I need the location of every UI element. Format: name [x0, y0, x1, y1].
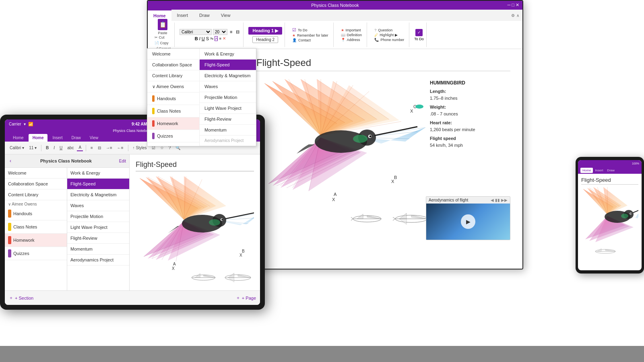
tab-view[interactable]: View [215, 10, 236, 21]
play-button[interactable]: ▶ [461, 214, 475, 229]
contact-tag-icon: 👤 [292, 38, 297, 42]
remember-tag-label[interactable]: Remember for later [297, 33, 328, 37]
tablet-page-electricity[interactable]: Electricity & Magnetism [67, 189, 129, 200]
phone-tab-home[interactable]: Home [580, 168, 593, 173]
tablet-page-flight-speed[interactable]: Flight-Speed [67, 179, 129, 189]
tablet-section-homework[interactable]: Homework [5, 234, 67, 247]
todo-label[interactable]: To Do [414, 37, 424, 41]
font-group: Calibri 20 ≡ ⊟ B I U S X₂ A ≡ ✕ [177, 23, 244, 47]
subscript-button[interactable]: X₂ [210, 37, 213, 40]
important-tag-label[interactable]: Important [346, 28, 361, 32]
phone-tag-label[interactable]: Phone number [380, 38, 404, 42]
definition-tag-label[interactable]: Definition [347, 33, 362, 37]
font-size-selector[interactable]: 20 [213, 29, 227, 35]
font-color-button[interactable]: A [215, 36, 218, 41]
font-selector[interactable]: Calibri [180, 29, 212, 35]
tablet-page-momentum[interactable]: Momentum [67, 244, 129, 255]
tablet-tab-draw[interactable]: Draw [68, 134, 85, 142]
dd-homework[interactable]: Homework [147, 117, 199, 130]
tablet-section-quizzes[interactable]: Quizzes [5, 247, 67, 260]
tablet-page-projectile[interactable]: Projectile Motion [67, 211, 129, 222]
highlight-tag-label[interactable]: Highlight ▶ [380, 33, 398, 37]
tablet-tab-home-active[interactable]: Home [29, 134, 48, 142]
copy-button[interactable]: 📄 Copy [153, 41, 172, 45]
video-controls[interactable]: ◀ ▮▮ ▶▶ [491, 198, 508, 202]
tablet-page-waves[interactable]: Waves [67, 200, 129, 211]
tablet-strikethrough-btn[interactable]: abc [66, 145, 75, 151]
text-align-button[interactable]: ≡ [219, 37, 221, 41]
todo-tag-label[interactable]: To Do [298, 28, 308, 32]
dd-welcome[interactable]: Welcome [147, 49, 199, 60]
tablet-bullet-btn[interactable]: ≡ [89, 145, 95, 151]
dd-page-flight-speed[interactable]: Flight-Speed [200, 60, 256, 70]
italic-button[interactable]: I [199, 36, 200, 41]
underline-button[interactable]: U [202, 36, 205, 41]
hummingbird-image: A X X B C X [256, 79, 425, 224]
tablet-tab-home[interactable]: Home [9, 134, 28, 142]
tablet-underline-btn[interactable]: U [58, 145, 64, 151]
tab-draw[interactable]: Draw [194, 10, 215, 21]
numbered-list-icon[interactable]: ⊟ [235, 29, 241, 35]
phone-tab-insert[interactable]: Insert [593, 168, 605, 173]
window-controls[interactable]: ─ □ ✕ [507, 2, 519, 8]
tablet-tab-view[interactable]: View [86, 134, 103, 142]
question-tag-label[interactable]: Question [378, 28, 392, 32]
clear-format-button[interactable]: ✕ [223, 36, 226, 41]
contact-tag-label[interactable]: Contact [298, 38, 311, 42]
address-tag-label[interactable]: Address [347, 38, 360, 42]
bullet-list-icon[interactable]: ≡ [229, 29, 233, 34]
bold-button[interactable]: B [195, 36, 198, 41]
minimize-ribbon-icon[interactable]: ∧ [516, 13, 519, 18]
tablet-font-color-btn[interactable]: A [77, 144, 83, 151]
video-image[interactable]: ▶ [426, 204, 510, 240]
tablet-edit-button[interactable]: Edit [119, 159, 126, 163]
dd-page-momentum[interactable]: Momentum [200, 125, 256, 136]
tablet-font-size[interactable]: 11 ▾ [27, 145, 38, 151]
tablet-section-content[interactable]: Content Library [5, 189, 67, 200]
dd-page-waves[interactable]: Waves [200, 81, 256, 92]
tablet-section-welcome[interactable]: Welcome [5, 168, 67, 179]
tablet-font-selector[interactable]: Calibri ▾ [8, 145, 26, 151]
dd-aimee-owens[interactable]: ∨ Aimee Owens [147, 81, 199, 93]
tablet-section-class-notes[interactable]: Class Notes [5, 220, 67, 234]
phone-tab-draw[interactable]: Draw [605, 168, 617, 173]
cut-button[interactable]: ✂ Cut [153, 35, 172, 40]
tags-group3: ? Question 🖊 Highlight ▶ 📞 Phone number [369, 23, 409, 47]
heading1-style[interactable]: Heading 1 ▶ [248, 27, 282, 35]
tablet-bold-btn[interactable]: B [44, 145, 50, 151]
dd-page-more[interactable]: Aerodynamics Project [200, 136, 256, 146]
dd-page-light-wave[interactable]: Light Wave Project [200, 103, 256, 114]
dd-content-library[interactable]: Content Library [147, 70, 199, 81]
tablet-section-handouts[interactable]: Handouts [5, 207, 67, 220]
tablet-styles-btn[interactable]: ↑ Styles [131, 145, 149, 151]
tablet-page-work-energy[interactable]: Work & Energy [67, 168, 129, 179]
tablet-italic-btn[interactable]: I [52, 145, 56, 151]
dd-collaboration[interactable]: Collaboration Space [147, 60, 199, 70]
tablet-page-aerodynamics[interactable]: Aerodynamics Project [67, 255, 129, 265]
tablet-tab-insert[interactable]: Insert [48, 134, 66, 142]
tab-insert[interactable]: Insert [171, 10, 194, 21]
paste-button[interactable]: 📋 Paste [155, 19, 170, 35]
strikethrough-button[interactable]: S [206, 36, 209, 41]
dd-handouts[interactable]: Handouts [147, 93, 199, 105]
tablet-back-chevron[interactable]: ‹ [8, 156, 13, 165]
length-value: 1.75–8 inches [430, 96, 458, 101]
add-page-button[interactable]: ＋ + Page [236, 295, 256, 301]
tablet-number-btn[interactable]: ⊟ [96, 145, 103, 151]
dd-class-notes[interactable]: Class Notes [147, 105, 199, 117]
dd-quizzes[interactable]: Quizzes [147, 130, 199, 142]
tablet-page-flight-review[interactable]: Flight-Review [67, 233, 129, 244]
dd-page-flight-review[interactable]: Flight-Review [200, 114, 256, 125]
tablet-indent-btn[interactable]: →≡ [104, 145, 114, 151]
dd-page-electricity[interactable]: Electricity & Magnetism [200, 70, 256, 81]
ribbon-options-icon[interactable]: ⚙ [511, 13, 515, 18]
tablet-page-light-wave[interactable]: Light Wave Project [67, 222, 129, 233]
dd-page-work-energy[interactable]: Work & Energy [200, 49, 256, 60]
tablet-section-collaboration[interactable]: Collaboration Space [5, 179, 67, 189]
tag-list3: ? Question 🖊 Highlight ▶ 📞 Phone number [372, 28, 407, 42]
add-section-button[interactable]: ＋ + Section [9, 295, 33, 301]
phone-tag-icon: 📞 [374, 38, 379, 42]
tablet-outdent-btn[interactable]: ←≡ [116, 145, 125, 151]
heading2-style[interactable]: Heading 2 [252, 36, 278, 43]
dd-page-projectile[interactable]: Projectile Motion [200, 92, 256, 103]
